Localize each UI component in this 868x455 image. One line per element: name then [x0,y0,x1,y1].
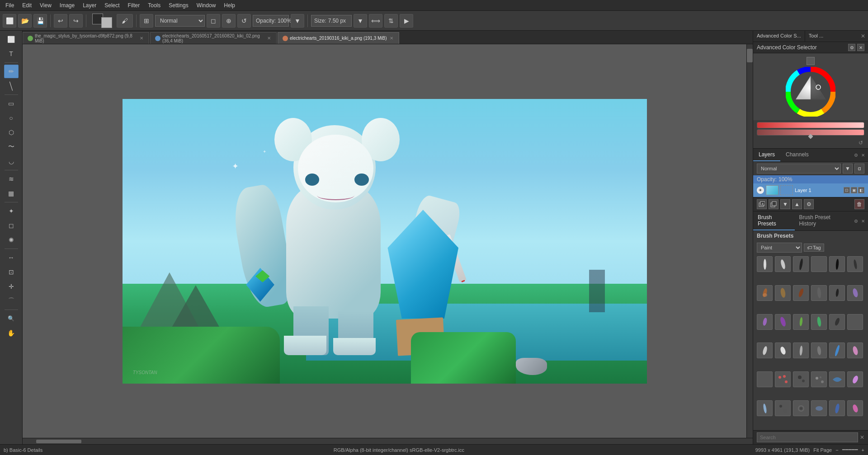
eraser-mode-button[interactable]: ◻ [207,14,220,28]
brush-item-14[interactable] [775,314,791,330]
brush-item-33[interactable] [793,400,809,416]
brush-item-19[interactable] [757,342,773,358]
tool-pan[interactable]: ✋ [4,326,19,340]
tool-eyedropper[interactable]: ✦ [4,204,19,218]
brush-item-35[interactable] [829,400,845,416]
brush-item-32[interactable] [775,400,791,416]
menu-tools[interactable]: Tools [144,1,164,9]
tool-crop[interactable]: ⊡ [4,265,19,279]
color-settings-button[interactable]: ⚙ [848,44,855,51]
color-type-1[interactable] [807,57,815,65]
brush-item-9[interactable] [793,285,809,301]
horizontal-scrollbar[interactable] [23,438,753,444]
brush-item-28[interactable] [811,371,827,387]
tab-3[interactable]: electrichearts_20190316_kiki_a.png (191,… [278,32,399,44]
tool-paint[interactable]: ✏ [4,65,19,78]
brush-item-12[interactable] [847,285,863,301]
brush-item-27[interactable] [793,371,809,387]
tool-eraser[interactable]: ◻ [4,219,19,232]
brush-tab-history[interactable]: Brush Preset History [795,211,851,230]
color-close-button[interactable]: ✕ [857,44,864,51]
grid-button[interactable]: ⊞ [140,14,153,28]
refresh-button[interactable]: ↺ [237,14,251,28]
brush-item-18[interactable] [847,314,863,330]
layer-properties-button[interactable]: ⚙ [804,199,814,209]
brush-item-11[interactable] [829,285,845,301]
tool-text[interactable]: T [4,47,19,61]
tool-move[interactable]: ✛ [4,280,19,293]
tool-ellipse[interactable]: ○ [4,111,19,125]
tool-bezier[interactable]: ◡ [4,155,19,168]
color-wheel[interactable] [786,67,835,117]
menu-edit[interactable]: Edit [19,1,35,9]
brush-item-20[interactable] [775,342,791,358]
menu-layer[interactable]: Layer [79,1,100,9]
mirror-v-button[interactable]: ⇅ [384,14,398,28]
undo-button[interactable]: ↩ [54,14,67,28]
tool-line[interactable]: ╱ [4,79,19,93]
layers-settings-button[interactable]: ⚙ [853,152,859,158]
layers-blend-select[interactable]: Normal Multiply Screen [757,164,841,174]
hue-slider[interactable] [757,122,864,128]
blend-mode-select[interactable]: Normal Multiply Screen Overlay [155,15,205,27]
brush-close-button[interactable]: ✕ [860,218,866,224]
mirror-h-button[interactable]: ⟺ [369,14,382,28]
brush-item-6[interactable] [847,256,863,272]
brush-search-input[interactable] [757,432,858,442]
save-button[interactable]: 💾 [33,14,47,28]
hscroll-thumb[interactable] [36,440,81,443]
move-layer-up-button[interactable]: ▲ [792,199,802,209]
brush-item-13[interactable] [757,314,773,330]
layer-visibility-1[interactable]: 👁 [757,187,764,194]
brush-item-31[interactable] [757,400,773,416]
layers-filter-button[interactable]: ▼ [843,164,853,174]
panel-tab-tool[interactable]: Tool ... [805,31,827,42]
layers-tab-layers[interactable]: Layers [753,149,780,161]
tool-select-rect[interactable]: ⬜ [4,33,19,46]
redo-button[interactable]: ↪ [69,14,83,28]
brush-item-36[interactable] [847,400,863,416]
brush-item-1[interactable] [757,256,773,272]
tab-close-3[interactable]: ✕ [389,35,394,41]
menu-view[interactable]: View [36,1,55,9]
new-button[interactable]: ⬜ [3,14,16,28]
brush-category-select[interactable]: Paint Ink Sketch Texture [757,243,802,253]
layers-tab-channels[interactable]: Channels [780,149,814,161]
canvas-area[interactable]: ✦ ✦ TYSONTAN [23,44,746,438]
status-zoom-minus[interactable]: − [835,447,838,453]
size-decrease[interactable]: ▼ [354,14,367,28]
brush-item-2[interactable] [775,256,791,272]
brush-item-34[interactable] [811,400,827,416]
tool-rect-shape[interactable]: ▭ [4,97,19,110]
delete-layer-button[interactable]: 🗑 [854,199,864,209]
menu-filter[interactable]: Filter [124,1,144,9]
brush-item-8[interactable] [775,285,791,301]
brush-tag-button[interactable]: 🏷 Tag [804,244,824,252]
tool-polygon[interactable]: ⬡ [4,126,19,139]
layers-close-button[interactable]: ✕ [860,152,866,158]
brush-item-10[interactable] [811,285,827,301]
tool-warp[interactable]: ⌒ [4,294,19,308]
layers-alpha-button[interactable]: α [854,164,864,174]
panel-tab-advanced-color[interactable]: Advanced Color S... [753,31,805,42]
brush-item-17[interactable] [829,314,845,330]
menu-settings[interactable]: Settings [165,1,192,9]
brush-item-26[interactable] [775,371,791,387]
panel-close-button[interactable]: ✕ [858,31,868,42]
brush-settings-button[interactable]: ⚙ [853,218,859,224]
tab-close-2[interactable]: ✕ [266,35,272,41]
open-button[interactable]: 📂 [18,14,32,28]
add-layer-button[interactable] [757,199,767,209]
menu-help[interactable]: Help [220,1,239,9]
tool-smart[interactable]: ✺ [4,233,19,247]
brush-item-4[interactable] [811,256,827,272]
brush-item-29[interactable] [829,371,845,387]
layer-action-3[interactable]: ◧ [858,187,864,193]
menu-image[interactable]: Image [56,1,78,9]
layer-row-1[interactable]: 👁 Layer 1 ⊡ ▣ ◧ [753,183,868,197]
duplicate-layer-button[interactable] [769,199,778,209]
brush-preset-button[interactable]: 🖌 [117,14,133,28]
brush-item-23[interactable] [829,342,845,358]
brush-search-clear[interactable]: ✕ [860,434,864,441]
tab-1[interactable]: the_magic_stylus_by_tysontan-d9fp872.png… [23,32,149,44]
